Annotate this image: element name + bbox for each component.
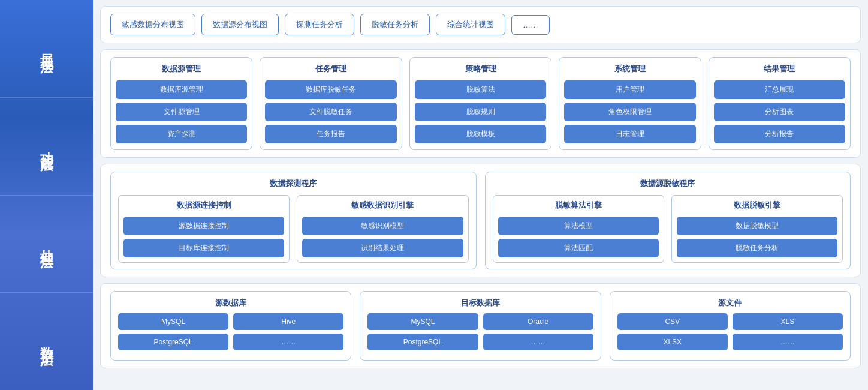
function-item-2-1[interactable]: 脱敏规则 (415, 103, 546, 121)
function-item-1-2[interactable]: 任务报告 (265, 125, 396, 143)
function-group-title-2: 策略管理 (415, 64, 546, 74)
presentation-button-1[interactable]: 数据源分布视图 (201, 14, 279, 35)
presentation-button-3[interactable]: 脱敏任务分析 (360, 14, 430, 35)
main-content: 敏感数据分布视图数据源分布视图探测任务分析脱敏任务分析综合统计视图…… 数据源管… (93, 0, 868, 390)
sidebar: 展现层功能层处理层数据层 (0, 0, 93, 390)
processing-item-0-0-1[interactable]: 目标库连接控制 (123, 239, 284, 257)
data-group-1: 目标数据库MySQLOraclePostgreSQL…… (360, 291, 601, 361)
function-group-0: 数据源管理数据库源管理文件源管理资产探测 (110, 57, 252, 150)
data-group-0: 源数据库MySQLHivePostgreSQL…… (110, 291, 351, 361)
function-item-3-1[interactable]: 角色权限管理 (564, 103, 695, 121)
data-item-0-0-1[interactable]: Hive (233, 313, 343, 330)
processing-group-title-1: 数据源脱敏程序 (493, 178, 843, 189)
function-group-3: 系统管理用户管理角色权限管理日志管理 (559, 57, 701, 150)
data-item-0-1-0[interactable]: PostgreSQL (118, 334, 228, 350)
processing-subgroup-title-0-0: 数据源连接控制 (123, 200, 284, 211)
processing-sub-row-1: 脱敏算法引擎算法模型算法匹配数据脱敏引擎数据脱敏模型脱敏任务分析 (493, 195, 843, 263)
processing-group-1: 数据源脱敏程序脱敏算法引擎算法模型算法匹配数据脱敏引擎数据脱敏模型脱敏任务分析 (485, 172, 851, 269)
presentation-section: 敏感数据分布视图数据源分布视图探测任务分析脱敏任务分析综合统计视图…… (100, 6, 861, 43)
data-btn-row-0-0: MySQLHive (118, 313, 343, 330)
presentation-button-0[interactable]: 敏感数据分布视图 (110, 14, 195, 35)
processing-item-0-1-0[interactable]: 敏感识别模型 (302, 217, 463, 235)
data-group-2: 源文件CSVXLSXLSX…… (610, 291, 851, 361)
data-item-2-1-1[interactable]: …… (733, 334, 843, 350)
function-item-1-0[interactable]: 数据库脱敏任务 (265, 80, 396, 99)
sidebar-item-function: 功能层 (0, 98, 93, 196)
processing-item-1-0-1[interactable]: 算法匹配 (498, 239, 659, 257)
function-item-4-0[interactable]: 汇总展现 (714, 80, 845, 99)
function-item-0-2[interactable]: 资产探测 (116, 125, 247, 143)
processing-item-1-0-0[interactable]: 算法模型 (498, 217, 659, 235)
data-btn-row-1-0: MySQLOracle (367, 313, 593, 330)
data-group-title-1: 目标数据库 (367, 298, 593, 308)
data-item-1-1-0[interactable]: PostgreSQL (367, 334, 478, 350)
function-group-title-0: 数据源管理 (116, 64, 247, 74)
function-item-0-0[interactable]: 数据库源管理 (116, 80, 247, 99)
sidebar-item-data: 数据层 (0, 293, 93, 390)
function-group-title-1: 任务管理 (265, 64, 396, 74)
data-item-2-0-0[interactable]: CSV (617, 313, 728, 330)
data-btn-row-2-1: XLSX…… (617, 334, 843, 350)
data-group-title-2: 源文件 (617, 298, 843, 308)
presentation-button-5[interactable]: …… (511, 15, 550, 35)
sidebar-item-presentation: 展现层 (0, 0, 93, 98)
data-item-0-0-0[interactable]: MySQL (118, 313, 228, 330)
function-group-2: 策略管理脱敏算法脱敏规则脱敏模板 (409, 57, 551, 150)
processing-subgroup-title-0-1: 敏感数据识别引擎 (302, 200, 463, 211)
data-group-title-0: 源数据库 (118, 298, 343, 308)
processing-section: 数据探测程序数据源连接控制源数据连接控制目标库连接控制敏感数据识别引擎敏感识别模… (100, 164, 861, 277)
function-item-4-1[interactable]: 分析图表 (714, 103, 845, 121)
presentation-button-4[interactable]: 综合统计视图 (436, 14, 505, 35)
processing-subgroup-title-1-0: 脱敏算法引擎 (498, 200, 659, 211)
data-item-0-1-1[interactable]: …… (233, 334, 343, 350)
processing-group-0: 数据探测程序数据源连接控制源数据连接控制目标库连接控制敏感数据识别引擎敏感识别模… (110, 172, 477, 269)
function-section: 数据源管理数据库源管理文件源管理资产探测任务管理数据库脱敏任务文件脱敏任务任务报… (100, 49, 861, 158)
processing-item-0-1-1[interactable]: 识别结果处理 (302, 239, 463, 257)
processing-subgroup-1-1: 数据脱敏引擎数据脱敏模型脱敏任务分析 (671, 195, 843, 263)
processing-item-1-1-0[interactable]: 数据脱敏模型 (677, 217, 837, 235)
processing-sub-row-0: 数据源连接控制源数据连接控制目标库连接控制敏感数据识别引擎敏感识别模型识别结果处… (118, 195, 469, 263)
function-item-2-0[interactable]: 脱敏算法 (415, 80, 546, 99)
function-group-title-4: 结果管理 (714, 64, 845, 74)
processing-item-0-0-0[interactable]: 源数据连接控制 (123, 217, 284, 235)
function-item-4-2[interactable]: 分析报告 (714, 125, 845, 143)
data-item-2-1-0[interactable]: XLSX (617, 334, 728, 350)
data-item-1-0-1[interactable]: Oracle (483, 313, 593, 330)
processing-subgroup-0-0: 数据源连接控制源数据连接控制目标库连接控制 (118, 195, 290, 263)
processing-subgroup-0-1: 敏感数据识别引擎敏感识别模型识别结果处理 (297, 195, 468, 263)
processing-item-1-1-1[interactable]: 脱敏任务分析 (677, 239, 837, 257)
function-group-4: 结果管理汇总展现分析图表分析报告 (709, 57, 851, 150)
data-btn-row-1-1: PostgreSQL…… (367, 334, 593, 350)
function-item-1-1[interactable]: 文件脱敏任务 (265, 103, 396, 121)
function-item-3-0[interactable]: 用户管理 (564, 80, 695, 99)
processing-group-title-0: 数据探测程序 (118, 178, 469, 189)
processing-subgroup-title-1-1: 数据脱敏引擎 (677, 200, 837, 211)
data-section: 源数据库MySQLHivePostgreSQL……目标数据库MySQLOracl… (100, 283, 861, 368)
function-item-3-2[interactable]: 日志管理 (564, 125, 695, 143)
presentation-button-2[interactable]: 探测任务分析 (285, 14, 354, 35)
function-group-1: 任务管理数据库脱敏任务文件脱敏任务任务报告 (260, 57, 402, 150)
function-item-0-1[interactable]: 文件源管理 (116, 103, 247, 121)
data-item-1-0-0[interactable]: MySQL (367, 313, 478, 330)
processing-subgroup-1-0: 脱敏算法引擎算法模型算法匹配 (493, 195, 664, 263)
data-item-2-0-1[interactable]: XLS (733, 313, 843, 330)
sidebar-item-processing: 处理层 (0, 196, 93, 293)
data-btn-row-0-1: PostgreSQL…… (118, 334, 343, 350)
function-group-title-3: 系统管理 (564, 64, 695, 74)
data-btn-row-2-0: CSVXLS (617, 313, 843, 330)
data-item-1-1-1[interactable]: …… (483, 334, 593, 350)
function-item-2-2[interactable]: 脱敏模板 (415, 125, 546, 143)
